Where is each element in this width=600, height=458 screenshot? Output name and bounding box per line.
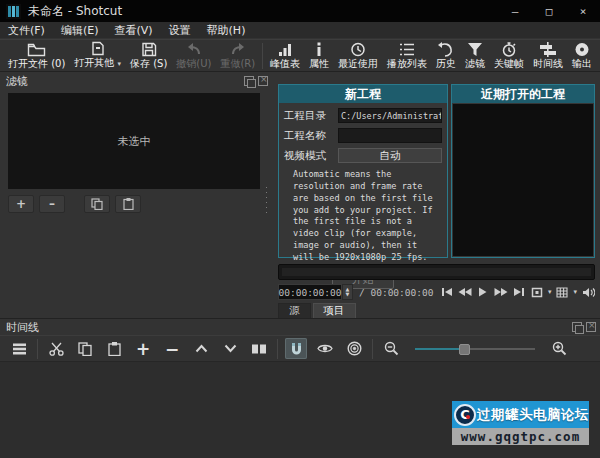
- filters-empty-area: 未选中: [8, 93, 260, 189]
- play-icon: [478, 287, 487, 297]
- volume-button[interactable]: [581, 285, 595, 299]
- recent-button[interactable]: 最近使用: [336, 42, 380, 69]
- filters-panel-title: 滤镜: [6, 74, 28, 89]
- lift-button[interactable]: [190, 338, 212, 359]
- skip-start-button[interactable]: [440, 285, 454, 299]
- open-other-button[interactable]: 打开其他 ▾: [72, 41, 123, 70]
- zoom-out-icon: [384, 341, 399, 356]
- undo-icon: [186, 42, 202, 57]
- zoom-out-button[interactable]: [380, 338, 402, 359]
- timeline-button[interactable]: 时间线: [531, 42, 565, 69]
- title-bar: 未命名 - Shotcut – □ ×: [0, 0, 600, 22]
- open-file-icon: [27, 42, 46, 57]
- remove-filter-button[interactable]: –: [39, 195, 65, 213]
- maximize-button[interactable]: □: [532, 0, 566, 22]
- new-project-panel: 新工程 工程目录 C:/Users/Administrator/Videos 工…: [278, 84, 448, 258]
- playlist-button[interactable]: 播放列表: [385, 42, 429, 69]
- recent-projects-panel: 近期打开的工程: [451, 84, 595, 258]
- recent-projects-title: 近期打开的工程: [452, 85, 594, 103]
- paste-button[interactable]: [103, 338, 125, 359]
- tab-source[interactable]: 源: [278, 303, 311, 318]
- ripple-delete-button[interactable]: −: [161, 338, 183, 359]
- undo-button[interactable]: 撤销(U): [174, 42, 213, 69]
- grid-dropdown-icon[interactable]: ▾: [573, 288, 577, 296]
- timeline-zoom-slider[interactable]: [415, 342, 535, 356]
- history-button[interactable]: 历史: [434, 42, 458, 69]
- zoom-in-button[interactable]: [548, 338, 570, 359]
- recent-icon: [350, 42, 366, 57]
- skip-end-icon: [513, 287, 525, 297]
- zoom-fit-icon: [531, 287, 543, 298]
- split-button[interactable]: [248, 338, 270, 359]
- position-timecode-input[interactable]: 00:00:00:00: [278, 284, 342, 300]
- timecode-spinner[interactable]: ▲▼: [342, 284, 353, 300]
- float-panel-icon[interactable]: [572, 322, 582, 332]
- play-button[interactable]: [476, 285, 490, 299]
- add-filter-button[interactable]: +: [8, 195, 34, 213]
- peak-meter-button[interactable]: 峰值表: [268, 42, 302, 69]
- tab-project[interactable]: 项目: [313, 303, 356, 318]
- timeline-toolbar: + −: [0, 335, 600, 362]
- copy-button[interactable]: [74, 338, 96, 359]
- video-mode-help-text: Automatic means the resolution and frame…: [293, 169, 441, 264]
- properties-icon: [314, 42, 324, 57]
- zoom-fit-dropdown-icon[interactable]: ▾: [548, 288, 552, 296]
- properties-button[interactable]: 属性: [307, 42, 331, 69]
- ripple-icon: [347, 341, 362, 356]
- overwrite-button[interactable]: [219, 338, 241, 359]
- grid-icon: [556, 287, 568, 298]
- transport-bar: 00:00:00:00 ▲▼ / 00:00:00:00 ▾ ▾: [278, 283, 595, 301]
- slider-handle[interactable]: [459, 344, 470, 355]
- menu-edit[interactable]: 编辑(E): [61, 23, 99, 38]
- skip-end-button[interactable]: [512, 285, 526, 299]
- fast-forward-icon: [494, 287, 508, 297]
- float-panel-icon[interactable]: [244, 76, 254, 86]
- volume-icon: [582, 287, 595, 298]
- minimize-button[interactable]: –: [498, 0, 532, 22]
- keyframes-button[interactable]: 关键帧: [492, 42, 526, 69]
- close-panel-icon[interactable]: [586, 322, 596, 332]
- skip-start-icon: [441, 287, 453, 297]
- save-button[interactable]: 保存 (S): [128, 42, 169, 69]
- menu-file[interactable]: 文件(F): [8, 23, 45, 38]
- menu-settings[interactable]: 设置: [169, 23, 191, 38]
- panel-resize-handle[interactable]: [265, 185, 268, 213]
- menu-help[interactable]: 帮助(H): [207, 23, 246, 38]
- copy-filters-button[interactable]: [84, 195, 110, 213]
- redo-icon: [230, 42, 246, 57]
- filters-icon: [467, 42, 483, 57]
- rewind-button[interactable]: [458, 285, 472, 299]
- no-selection-label: 未选中: [118, 134, 151, 149]
- video-mode-select[interactable]: 自动: [338, 148, 442, 163]
- player-scrubber[interactable]: [278, 264, 595, 280]
- chevron-down-icon: [224, 344, 237, 353]
- grid-button[interactable]: [555, 285, 569, 299]
- project-name-input[interactable]: [338, 128, 442, 143]
- close-button[interactable]: ×: [566, 0, 600, 22]
- main-toolbar: 打开文件 (0) 打开其他 ▾ 保存 (S) 撤销(U) 重做(R) 峰值表 属…: [0, 39, 600, 72]
- project-directory-input[interactable]: C:/Users/Administrator/Videos: [338, 108, 442, 123]
- timeline-menu-button[interactable]: [8, 338, 30, 359]
- rewind-icon: [458, 287, 472, 297]
- zoom-in-icon: [552, 341, 567, 356]
- recent-projects-list[interactable]: [453, 104, 593, 256]
- fast-forward-button[interactable]: [494, 285, 508, 299]
- zoom-fit-button[interactable]: [530, 285, 544, 299]
- open-file-button[interactable]: 打开文件 (0): [6, 42, 67, 69]
- project-directory-label: 工程目录: [284, 109, 334, 123]
- scrub-while-dragging-toggle[interactable]: [314, 338, 336, 359]
- paste-filters-button[interactable]: [115, 195, 141, 213]
- video-mode-label: 视频模式: [284, 149, 334, 163]
- ripple-toggle[interactable]: [343, 338, 365, 359]
- close-panel-icon[interactable]: [258, 76, 268, 86]
- export-button[interactable]: 输出: [570, 42, 594, 69]
- menu-view[interactable]: 查看(V): [114, 23, 152, 38]
- watermark-forum-name: 过期罐头电脑论坛: [477, 406, 589, 424]
- cut-button[interactable]: [45, 338, 67, 359]
- toolbar-separator: [262, 43, 263, 69]
- snap-toggle[interactable]: [285, 338, 307, 359]
- append-button[interactable]: +: [132, 338, 154, 359]
- menu-bar: 文件(F) 编辑(E) 查看(V) 设置 帮助(H): [0, 22, 600, 38]
- filters-button[interactable]: 滤镜: [463, 42, 487, 69]
- redo-button[interactable]: 重做(R): [218, 42, 257, 69]
